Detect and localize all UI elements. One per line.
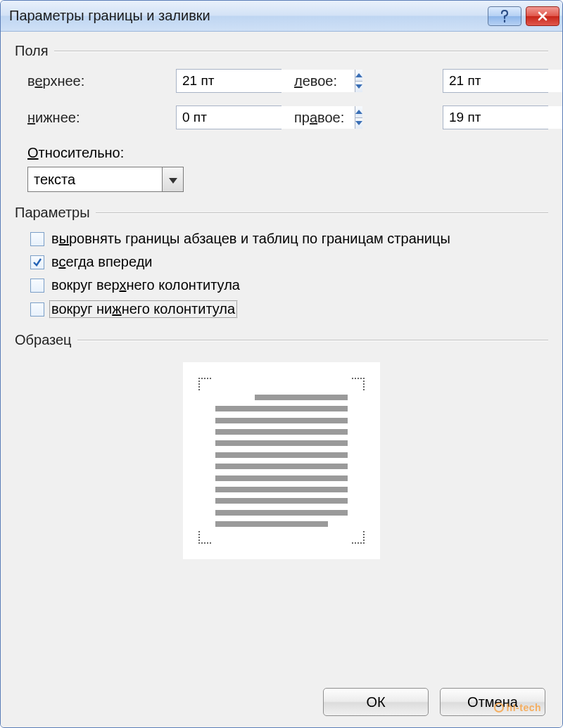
dialog-window: Параметры границы и заливки Поля bbox=[0, 0, 563, 728]
crop-mark-tl bbox=[198, 378, 211, 390]
preview-text-lines bbox=[215, 395, 348, 527]
divider bbox=[54, 51, 548, 51]
group-margins: Поля верхнее: левое: bbox=[15, 43, 548, 198]
crop-mark-br bbox=[352, 531, 365, 544]
titlebar: Параметры границы и заливки bbox=[1, 1, 562, 32]
label-bottom-margin: нижнее: bbox=[27, 110, 163, 126]
close-button[interactable] bbox=[526, 6, 559, 26]
preview-line bbox=[215, 498, 348, 504]
preview-line bbox=[215, 487, 348, 492]
checkbox-align-label: выровнять границы абзацев и таблиц по гр… bbox=[51, 231, 450, 247]
checkbox-around-footer[interactable] bbox=[30, 302, 44, 317]
group-margins-header: Поля bbox=[15, 43, 548, 59]
bottom-margin-spinner[interactable] bbox=[176, 106, 282, 129]
checkbox-always-front-label: всегда впереди bbox=[51, 254, 153, 270]
margins-grid: верхнее: левое: bbox=[27, 69, 548, 129]
top-margin-spinner[interactable] bbox=[176, 69, 282, 93]
checkbox-around-header[interactable] bbox=[30, 279, 44, 293]
group-preview: Образец bbox=[15, 332, 548, 677]
checkbox-align[interactable] bbox=[30, 232, 44, 246]
group-options: Параметры выровнять границы абзацев и та… bbox=[15, 205, 548, 325]
chevron-down-icon bbox=[169, 172, 177, 187]
option-align-row: выровнять границы абзацев и таблиц по гр… bbox=[30, 231, 548, 247]
preview-line bbox=[215, 521, 328, 527]
divider bbox=[77, 340, 548, 340]
divider bbox=[96, 212, 548, 213]
help-icon bbox=[500, 10, 510, 23]
watermark-icon bbox=[494, 703, 504, 713]
relative-dropdown[interactable]: текста bbox=[27, 167, 184, 192]
group-options-legend: Параметры bbox=[15, 205, 96, 221]
group-preview-header: Образец bbox=[15, 332, 548, 348]
label-top-margin: верхнее: bbox=[27, 73, 163, 89]
preview-line bbox=[255, 395, 348, 400]
preview-line bbox=[215, 452, 348, 458]
option-always-front-row: всегда впереди bbox=[30, 254, 548, 270]
checkbox-around-header-label: вокруг верхнего колонтитула bbox=[51, 277, 240, 293]
relative-value: текста bbox=[28, 167, 162, 191]
ok-button[interactable]: ОК bbox=[323, 688, 429, 716]
preview-line bbox=[215, 440, 348, 446]
preview-line bbox=[215, 510, 348, 516]
option-around-header-row: вокруг верхнего колонтитула bbox=[30, 277, 548, 293]
options-list: выровнять границы абзацев и таблиц по гр… bbox=[30, 231, 548, 318]
label-right-margin: правое: bbox=[294, 110, 430, 126]
help-button[interactable] bbox=[488, 6, 521, 26]
left-margin-input[interactable] bbox=[443, 70, 563, 92]
relative-block: Относительно: текста bbox=[27, 145, 548, 192]
relative-label: Относительно: bbox=[27, 145, 548, 161]
preview-area bbox=[15, 362, 548, 677]
preview-line bbox=[215, 464, 348, 469]
dropdown-button[interactable] bbox=[162, 167, 183, 191]
preview-line bbox=[215, 429, 348, 435]
watermark: hI-tech bbox=[494, 702, 541, 713]
client-area: Поля верхнее: левое: bbox=[1, 32, 562, 727]
preview-page bbox=[183, 362, 380, 559]
label-left-margin: левое: bbox=[294, 73, 430, 89]
dialog-buttons: ОК Отмена hI-tech bbox=[15, 684, 548, 717]
group-preview-legend: Образец bbox=[15, 332, 77, 348]
crop-mark-bl bbox=[198, 531, 211, 544]
window-title: Параметры границы и заливки bbox=[9, 8, 488, 24]
checkbox-around-footer-label: вокруг нижнего колонтитула bbox=[49, 300, 237, 318]
group-options-header: Параметры bbox=[15, 205, 548, 221]
right-margin-input[interactable] bbox=[443, 106, 563, 129]
option-around-footer-row: вокруг нижнего колонтитула bbox=[30, 300, 548, 318]
close-icon bbox=[537, 11, 548, 22]
checkbox-always-front[interactable] bbox=[30, 255, 44, 269]
preview-line bbox=[215, 418, 348, 423]
right-margin-spinner[interactable] bbox=[443, 106, 548, 129]
left-margin-spinner[interactable] bbox=[443, 69, 548, 93]
preview-line bbox=[215, 475, 348, 481]
group-margins-legend: Поля bbox=[15, 43, 54, 59]
crop-mark-tr bbox=[352, 378, 365, 390]
preview-line bbox=[215, 406, 348, 411]
titlebar-buttons bbox=[488, 6, 559, 26]
